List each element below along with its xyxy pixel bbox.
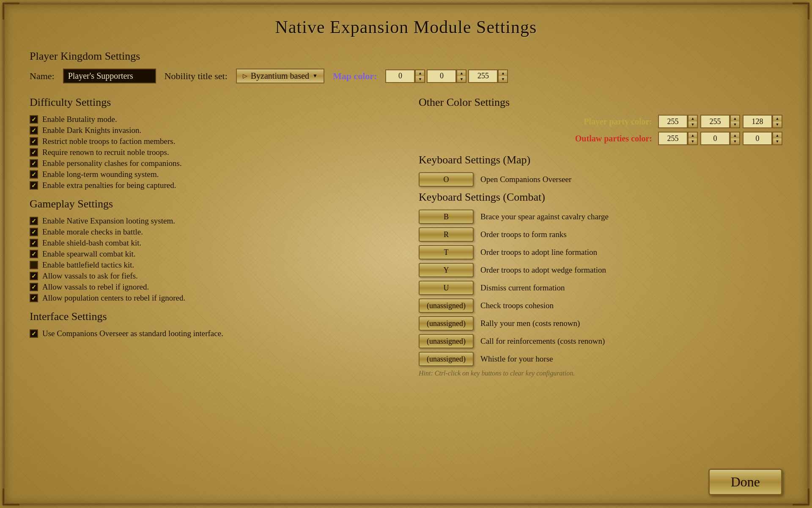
- outlaw-g-input[interactable]: [700, 132, 730, 145]
- key-button[interactable]: R: [419, 227, 474, 242]
- map-color-r-input[interactable]: [385, 69, 415, 83]
- key-button[interactable]: Y: [419, 263, 474, 277]
- checkbox[interactable]: [30, 115, 38, 124]
- check-label: Enable spearwall combat kit.: [42, 249, 136, 259]
- interface-checks: Use Companions Overseer as standard loot…: [30, 329, 393, 338]
- nobility-dropdown[interactable]: Byzantium based: [236, 69, 324, 83]
- check-label: Allow vassals to ask for fiefs.: [42, 271, 138, 281]
- map-color-r-arrows: ▲ ▼: [415, 69, 425, 83]
- outlaw-b-down[interactable]: ▼: [773, 138, 782, 144]
- player-party-label: Player party color:: [584, 117, 652, 127]
- check-row: Enable battlefield tactics kit.: [30, 260, 393, 270]
- checkbox[interactable]: [30, 250, 38, 258]
- checkbox[interactable]: [30, 228, 38, 236]
- checkbox[interactable]: [30, 137, 38, 146]
- key-description: Dismiss current formation: [480, 283, 565, 293]
- check-label: Use Companions Overseer as standard loot…: [42, 329, 223, 338]
- keyboard-combat-rows: BBrace your spear against cavalry charge…: [419, 210, 782, 366]
- key-button[interactable]: B: [419, 210, 474, 224]
- key-button[interactable]: (unassigned): [419, 334, 474, 348]
- check-label: Enable extra penalties for being capture…: [42, 181, 176, 190]
- keyboard-combat-section: Keyboard Settings (Combat) BBrace your s…: [419, 191, 782, 377]
- check-label: Allow population centers to rebel if ign…: [42, 293, 185, 303]
- check-label: Enable long-term wounding system.: [42, 170, 159, 179]
- key-button[interactable]: T: [419, 245, 474, 260]
- outlaw-r-input[interactable]: [658, 132, 688, 145]
- checkbox[interactable]: [30, 272, 38, 280]
- map-color-r-up[interactable]: ▲: [416, 70, 424, 76]
- player-r-down[interactable]: ▼: [689, 121, 697, 127]
- checkbox[interactable]: [30, 239, 38, 247]
- player-g-up[interactable]: ▲: [731, 116, 739, 121]
- map-color-g-input[interactable]: [427, 69, 456, 83]
- outlaw-r-down[interactable]: ▼: [689, 138, 697, 144]
- checkbox[interactable]: [30, 181, 38, 190]
- difficulty-checks: Enable Brutality mode.Enable Dark Knight…: [30, 115, 393, 190]
- map-color-r-down[interactable]: ▼: [416, 76, 424, 82]
- check-label: Enable battlefield tactics kit.: [42, 260, 134, 270]
- check-label: Require renown to recruit noble troops.: [42, 148, 169, 157]
- checkbox[interactable]: [30, 261, 38, 269]
- player-g-input[interactable]: [700, 115, 730, 128]
- checkbox[interactable]: [30, 329, 38, 338]
- outlaw-g-group: ▲ ▼: [700, 132, 740, 145]
- player-r-up[interactable]: ▲: [689, 116, 697, 121]
- outlaw-b-up[interactable]: ▲: [773, 133, 782, 138]
- map-color-g-up[interactable]: ▲: [457, 70, 466, 76]
- check-label: Enable Dark Knights invasion.: [42, 126, 141, 135]
- map-color-b-group: ▲ ▼: [468, 69, 508, 83]
- main-title: Native Expansion Module Settings: [30, 17, 782, 37]
- player-g-down[interactable]: ▼: [731, 121, 739, 127]
- keyboard-map-title: Keyboard Settings (Map): [419, 154, 782, 166]
- checkbox[interactable]: [30, 126, 38, 135]
- key-button[interactable]: (unassigned): [419, 316, 474, 331]
- checkbox[interactable]: [30, 170, 38, 179]
- gameplay-settings-title: Gameplay Settings: [30, 198, 393, 210]
- check-label: Restrict noble troops to faction members…: [42, 137, 175, 146]
- map-color-g-arrows: ▲ ▼: [456, 69, 466, 83]
- checkbox[interactable]: [30, 294, 38, 302]
- key-description: Call for reinforcements (costs renown): [480, 337, 605, 346]
- map-color-b-input[interactable]: [468, 69, 498, 83]
- key-button[interactable]: U: [419, 281, 474, 295]
- kingdom-name-input[interactable]: [63, 69, 156, 83]
- difficulty-settings-title: Difficulty Settings: [30, 96, 393, 109]
- key-button[interactable]: O: [419, 172, 474, 187]
- outlaw-g-up[interactable]: ▲: [731, 133, 739, 138]
- player-g-group: ▲ ▼: [700, 115, 740, 128]
- map-color-b-down[interactable]: ▼: [499, 76, 507, 82]
- key-row: ROrder troops to form ranks: [419, 227, 782, 242]
- player-b-up[interactable]: ▲: [773, 116, 782, 121]
- checkbox[interactable]: [30, 283, 38, 291]
- gameplay-checks: Enable Native Expansion looting system.E…: [30, 216, 393, 303]
- key-button[interactable]: (unassigned): [419, 352, 474, 366]
- outlaw-r-group: ▲ ▼: [658, 132, 698, 145]
- outlaw-b-input[interactable]: [743, 132, 772, 145]
- check-row: Enable Native Expansion looting system.: [30, 216, 393, 226]
- map-color-g-down[interactable]: ▼: [457, 76, 466, 82]
- player-b-down[interactable]: ▼: [773, 121, 782, 127]
- player-r-arrows: ▲ ▼: [688, 115, 698, 128]
- checkbox[interactable]: [30, 159, 38, 168]
- check-row: Allow vassals to ask for fiefs.: [30, 271, 393, 281]
- outlaw-g-down[interactable]: ▼: [731, 138, 739, 144]
- key-row: (unassigned)Check troops cohesion: [419, 298, 782, 313]
- keyboard-combat-title: Keyboard Settings (Combat): [419, 191, 782, 204]
- done-button[interactable]: Done: [708, 469, 782, 495]
- key-description: Brace your spear against cavalry charge: [480, 212, 609, 221]
- checkbox[interactable]: [30, 217, 38, 225]
- player-b-input[interactable]: [743, 115, 772, 128]
- checkbox[interactable]: [30, 148, 38, 157]
- outlaw-r-arrows: ▲ ▼: [688, 132, 698, 145]
- check-row: Allow vassals to rebel if ignored.: [30, 282, 393, 292]
- kingdom-settings-section: Player Kingdom Settings Name: Nobility t…: [30, 50, 782, 83]
- map-color-b-up[interactable]: ▲: [499, 70, 507, 76]
- outlaw-r-up[interactable]: ▲: [689, 133, 697, 138]
- keyboard-map-rows: OOpen Companions Overseer: [419, 172, 782, 187]
- key-description: Whistle for your horse: [480, 354, 553, 364]
- color-settings-section: Other Color Settings Player party color:…: [419, 96, 782, 145]
- player-party-color-row: Player party color: ▲ ▼ ▲ ▼: [419, 115, 782, 128]
- key-button[interactable]: (unassigned): [419, 298, 474, 313]
- player-r-group: ▲ ▼: [658, 115, 698, 128]
- player-r-input[interactable]: [658, 115, 688, 128]
